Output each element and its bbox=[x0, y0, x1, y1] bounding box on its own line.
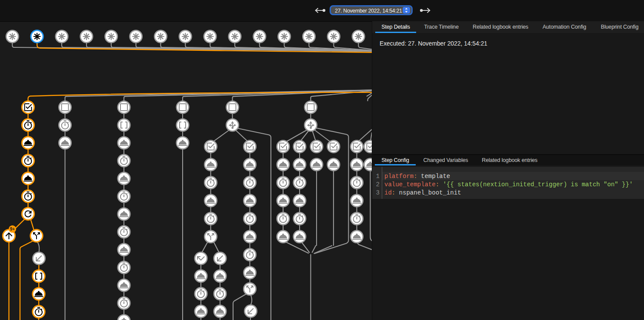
svg-text:9+: 9+ bbox=[10, 227, 15, 231]
